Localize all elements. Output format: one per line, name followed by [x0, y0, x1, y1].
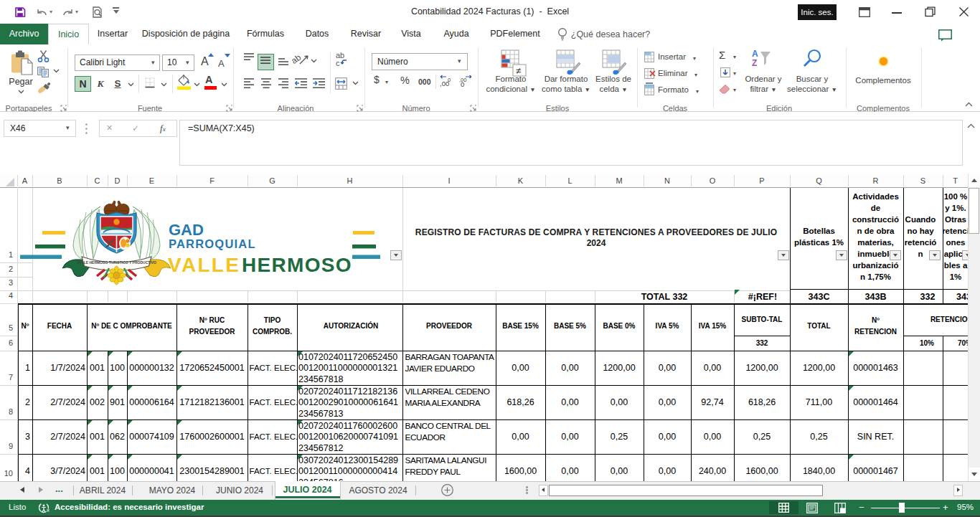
- svg-text:Z: Z: [752, 58, 757, 68]
- svg-text:A: A: [752, 49, 758, 59]
- svg-text:GAD: GAD: [169, 221, 204, 239]
- svg-text:VALLE HERMOSO TURISTICO Y PROD: VALLE HERMOSO TURISTICO Y PRODUCTIVO: [77, 260, 156, 265]
- svg-text:0: 0: [461, 80, 464, 88]
- svg-text:c: c: [336, 59, 340, 67]
- svg-text:PARROQUIAL: PARROQUIAL: [169, 237, 256, 250]
- svg-text:0: 0: [448, 77, 451, 83]
- svg-text:VALLE: VALLE: [168, 254, 240, 276]
- svg-text:HERMOSO: HERMOSO: [242, 254, 352, 276]
